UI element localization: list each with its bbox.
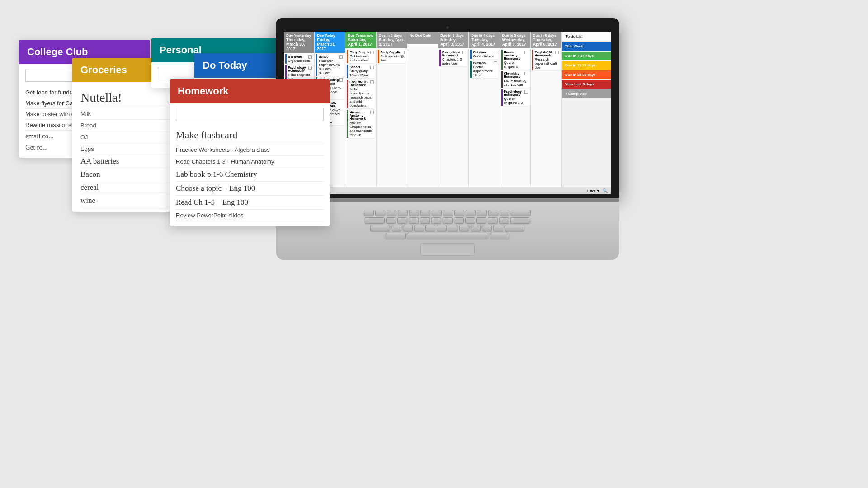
key[interactable] bbox=[431, 217, 441, 224]
key[interactable] bbox=[392, 225, 401, 231]
list-item: Read Ch 1-5 – Eng 100 bbox=[176, 196, 324, 210]
key[interactable] bbox=[482, 225, 492, 231]
cal-task[interactable]: Get done Organize desk bbox=[285, 54, 313, 64]
task-checkbox[interactable] bbox=[308, 55, 312, 59]
key[interactable] bbox=[493, 225, 503, 231]
touchpad[interactable] bbox=[420, 243, 475, 256]
cal-task[interactable]: Human Anatomy Homework Quiz on chapter 5 bbox=[501, 50, 529, 70]
cal-task[interactable]: Chemistry Homework Lab Manuel pg. 135-15… bbox=[501, 71, 529, 88]
key[interactable] bbox=[477, 210, 487, 216]
cal-task[interactable]: Get done Wash clothes bbox=[470, 50, 498, 59]
task-text: Wash clothes bbox=[473, 54, 496, 58]
key[interactable] bbox=[459, 225, 469, 231]
sidebar-btn-todolist[interactable]: To-do List bbox=[562, 32, 611, 41]
key[interactable] bbox=[488, 210, 498, 216]
cal-task[interactable]: Psychology Homework Quiz on chapters 1-3 bbox=[501, 89, 529, 106]
key[interactable] bbox=[443, 217, 453, 224]
list-item: Choose a topic – Eng 100 bbox=[176, 182, 324, 196]
key[interactable] bbox=[511, 210, 531, 216]
calendar-bottom-bar: Settings Filter ▼ 🔍 bbox=[284, 187, 611, 194]
key[interactable] bbox=[370, 225, 390, 231]
key[interactable] bbox=[476, 217, 486, 224]
task-checkbox[interactable] bbox=[308, 66, 312, 70]
key[interactable] bbox=[454, 210, 464, 216]
sidebar-btn-thisweek[interactable]: This Week bbox=[562, 42, 611, 51]
key[interactable] bbox=[403, 225, 413, 231]
col-date: Monday, April 3, 2017 bbox=[440, 38, 466, 47]
cal-task[interactable]: English-100 Homework Make correction on … bbox=[347, 80, 374, 108]
search-icon[interactable]: 🔍 bbox=[603, 188, 608, 193]
key[interactable] bbox=[387, 210, 396, 216]
key[interactable] bbox=[488, 217, 498, 224]
cal-task[interactable]: Psychology Homework Chapters 1-3 notes d… bbox=[439, 50, 467, 66]
key[interactable] bbox=[409, 210, 419, 216]
cal-task[interactable]: English-100 Homework Research paper raft… bbox=[532, 50, 560, 70]
key[interactable] bbox=[365, 217, 385, 224]
key[interactable] bbox=[471, 225, 481, 231]
sidebar-btn-23to30[interactable]: Due in 23-30 days bbox=[562, 70, 611, 79]
task-checkbox[interactable] bbox=[494, 61, 497, 65]
key[interactable] bbox=[443, 210, 453, 216]
key[interactable] bbox=[364, 210, 374, 216]
task-checkbox[interactable] bbox=[524, 72, 528, 75]
cal-task[interactable]: Human Anatomy Homework Review Chapter no… bbox=[347, 110, 374, 138]
col-header-tomorrow: Due Tomorrow Saturday, April 1, 2017 bbox=[345, 32, 376, 48]
task-checkbox[interactable] bbox=[401, 51, 405, 54]
cal-task[interactable]: Party Supplies Get balloons and candles bbox=[347, 50, 374, 63]
sidebar-btn-15to22[interactable]: Due in 15-22 days bbox=[562, 61, 611, 70]
key[interactable] bbox=[510, 217, 530, 224]
sidebar-btn-viewlast[interactable]: View Last 8 days bbox=[562, 80, 611, 89]
sidebar-btn-2to14[interactable]: Due in 7-14 days bbox=[562, 52, 611, 60]
cal-task[interactable]: School Research Paper Review 9:00am-9:30… bbox=[316, 54, 344, 76]
key[interactable] bbox=[420, 210, 430, 216]
task-checkbox[interactable] bbox=[339, 78, 343, 82]
key[interactable] bbox=[425, 225, 435, 231]
key[interactable] bbox=[398, 210, 408, 216]
task-checkbox[interactable] bbox=[370, 51, 374, 54]
task-checkbox[interactable] bbox=[370, 66, 374, 69]
key[interactable] bbox=[409, 217, 419, 224]
task-checkbox[interactable] bbox=[370, 80, 374, 84]
key[interactable] bbox=[414, 225, 424, 231]
col-label: Due in 4 days bbox=[471, 33, 497, 38]
task-text: Review Chapter notes and flashcards for … bbox=[349, 121, 373, 137]
key[interactable] bbox=[490, 233, 509, 239]
task-checkbox[interactable] bbox=[339, 55, 343, 59]
task-checkbox[interactable] bbox=[370, 111, 374, 114]
key[interactable] bbox=[386, 233, 406, 239]
cal-task[interactable]: Personal Doctor Appointment: 10 am bbox=[470, 61, 498, 78]
spacebar[interactable] bbox=[407, 233, 488, 239]
homework-input[interactable] bbox=[176, 108, 324, 121]
key[interactable] bbox=[454, 217, 464, 224]
task-checkbox[interactable] bbox=[524, 51, 528, 54]
key[interactable] bbox=[420, 217, 430, 224]
cal-col-tomorrow: Due Tomorrow Saturday, April 1, 2017 Par… bbox=[345, 32, 376, 187]
key[interactable] bbox=[499, 217, 509, 224]
task-checkbox[interactable] bbox=[494, 51, 497, 54]
sidebar-btn-completed[interactable]: 4 Completed bbox=[562, 89, 611, 98]
key[interactable] bbox=[397, 217, 407, 224]
cal-task[interactable]: Party Supplies Pick up cake @ 8am bbox=[378, 50, 406, 63]
key[interactable] bbox=[432, 210, 442, 216]
col-body: Human Anatomy Homework Quiz on chapter 5… bbox=[500, 48, 530, 187]
key[interactable] bbox=[375, 210, 385, 216]
cal-task[interactable]: School Study group 10am-12pm bbox=[347, 65, 374, 78]
filter-label[interactable]: Filter ▼ bbox=[587, 189, 600, 193]
list-item: Review PowerPoint slides bbox=[176, 210, 324, 221]
col-label: Due in 5 days bbox=[502, 33, 528, 38]
col-date: Tuesday, April 4, 2017 bbox=[471, 38, 497, 47]
col-date bbox=[410, 38, 435, 42]
task-checkbox[interactable] bbox=[524, 90, 528, 94]
col-body: English-100 Homework Research paper raft… bbox=[531, 48, 561, 187]
key[interactable] bbox=[465, 217, 475, 224]
key[interactable] bbox=[448, 225, 458, 231]
key[interactable] bbox=[386, 217, 396, 224]
task-checkbox[interactable] bbox=[462, 51, 466, 54]
key[interactable] bbox=[500, 210, 509, 216]
task-checkbox[interactable] bbox=[555, 51, 559, 54]
task-text: Lab Manuel pg. 135-155 due bbox=[504, 79, 528, 87]
key[interactable] bbox=[505, 225, 524, 231]
homework-header: Homework bbox=[170, 79, 330, 103]
key[interactable] bbox=[437, 225, 447, 231]
key[interactable] bbox=[466, 210, 476, 216]
